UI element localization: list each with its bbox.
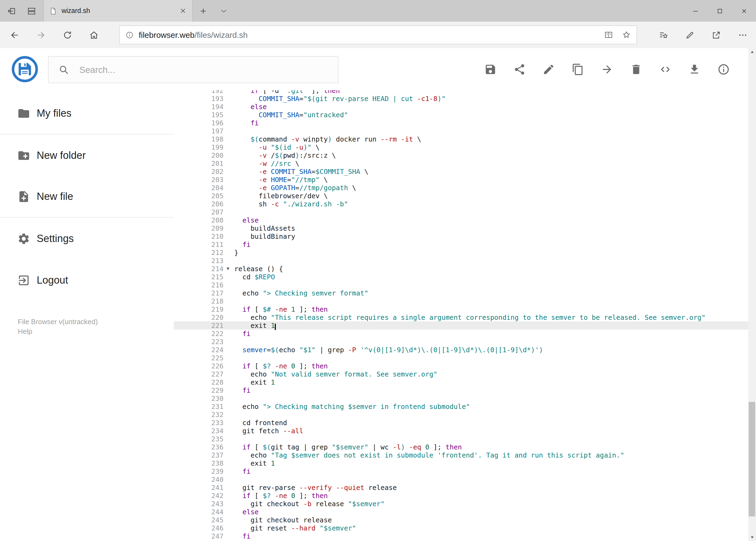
page-scrollbar[interactable] (748, 48, 756, 541)
code-line[interactable]: 241 git rev-parse --verify --quiet relea… (174, 483, 748, 492)
code-line[interactable]: 201 -w //src \ (174, 159, 748, 168)
tabs-preview-button[interactable] (24, 3, 40, 19)
code-line[interactable]: 209 buildAssets (174, 224, 748, 232)
code-line[interactable]: 231 echo "> Checking matching $semver in… (174, 402, 748, 410)
tab-preview-toggle[interactable] (213, 0, 234, 22)
code-line[interactable]: 240 (174, 475, 748, 483)
code-line[interactable]: 192 if [ -d ".git" ]; then (174, 90, 748, 95)
share-page-button[interactable] (703, 22, 730, 48)
code-line[interactable]: 232 (174, 410, 748, 419)
code-editor[interactable]: 192 if [ -d ".git" ]; then193 COMMIT_SHA… (174, 90, 748, 541)
scroll-up-button[interactable] (748, 48, 756, 56)
code-line[interactable]: 225 (174, 354, 748, 362)
code-line[interactable]: 205 filebrowser/dev \ (174, 192, 748, 200)
code-line[interactable]: 218 (174, 297, 748, 305)
code-line[interactable]: 214▾release () { (174, 265, 748, 273)
code-line[interactable]: 247 fi (174, 532, 748, 540)
code-line[interactable]: 222 fi (174, 329, 748, 337)
code-line[interactable]: 223 (174, 337, 748, 346)
search-box[interactable] (48, 56, 339, 83)
browser-tab[interactable]: wizard.sh (43, 0, 193, 22)
close-window-button[interactable] (732, 0, 756, 22)
code-line[interactable]: 246 git reset --hard "$semver" (174, 524, 748, 532)
code-line[interactable]: 199 -u "$(id -u)" \ (174, 143, 748, 151)
back-button[interactable] (1, 22, 28, 48)
code-line[interactable]: 236 if [ $(git tag | grep "$semver" | wc… (174, 443, 748, 451)
code-line[interactable]: 197 (174, 127, 748, 135)
move-button[interactable] (595, 57, 619, 81)
add-favorite-icon[interactable] (622, 30, 631, 39)
code-line[interactable]: 230 (174, 394, 748, 402)
code-line[interactable]: 195 COMMIT_SHA="untracked" (174, 111, 748, 119)
home-button[interactable] (81, 22, 107, 48)
code-line[interactable]: 239 fi (174, 467, 748, 475)
code-line[interactable]: 213 (174, 257, 748, 265)
sidebar-item-logout[interactable]: Logout (0, 259, 174, 301)
filebrowser-logo[interactable] (11, 56, 38, 83)
code-line[interactable]: 235 (174, 435, 748, 443)
maximize-button[interactable] (707, 0, 732, 22)
scrollbar-thumb[interactable] (749, 402, 755, 516)
delete-button[interactable] (624, 57, 648, 81)
code-line[interactable]: 202 -e COMMIT_SHA=$COMMIT_SHA \ (174, 168, 748, 176)
code-line[interactable]: 233 cd frontend (174, 419, 748, 427)
code-line[interactable]: 206 sh -c "./wizard.sh -b" (174, 200, 748, 208)
tab-close-icon[interactable] (179, 7, 187, 15)
code-line[interactable]: 200 -v /$(pwd):/src:z \ (174, 151, 748, 159)
code-line[interactable]: 227 echo "Not valid semver format. See s… (174, 370, 748, 378)
refresh-button[interactable] (54, 22, 81, 48)
download-button[interactable] (682, 57, 706, 81)
forward-button[interactable] (28, 22, 54, 48)
help-link[interactable]: Help (18, 327, 174, 336)
search-input[interactable] (78, 64, 328, 75)
code-line[interactable]: 244 else (174, 508, 748, 516)
code-line[interactable]: 208 else (174, 216, 748, 224)
code-line[interactable]: 212} (174, 249, 748, 257)
code-line[interactable]: 229 fi (174, 386, 748, 394)
code-line[interactable]: 219 if [ $# -ne 1 ]; then (174, 305, 748, 313)
code-line[interactable]: 204 -e GOPATH=//tmp/gopath \ (174, 184, 748, 192)
code-line[interactable]: 226 if [ $? -ne 0 ]; then (174, 362, 748, 370)
minimize-button[interactable] (683, 0, 707, 22)
sidebar-item-new-folder[interactable]: New folder (0, 135, 174, 176)
scroll-down-button[interactable] (748, 533, 756, 541)
code-line-active[interactable]: 221 exit 1 (174, 321, 748, 329)
code-line[interactable]: 237 echo "Tag $semver does not exist in … (174, 451, 748, 459)
sidebar-item-settings[interactable]: Settings (0, 218, 174, 259)
save-button[interactable] (478, 57, 502, 81)
code-line[interactable]: 224 semver=$(echo "$1" | grep -P '^v(0|[… (174, 346, 748, 354)
code-line[interactable]: 216 (174, 281, 748, 289)
set-tabs-aside-button[interactable] (4, 3, 20, 19)
code-line[interactable]: 207 (174, 208, 748, 216)
favorites-hub-button[interactable] (650, 22, 677, 48)
new-tab-button[interactable] (193, 0, 213, 22)
raw-code-button[interactable] (653, 57, 677, 81)
code-line[interactable]: 220 echo "This release script requires a… (174, 313, 748, 321)
info-button[interactable] (711, 57, 735, 81)
sidebar-item-my-files[interactable]: My files (0, 93, 174, 135)
copy-button[interactable] (566, 57, 590, 81)
fold-marker-icon[interactable]: ▾ (226, 265, 234, 273)
reading-view-icon[interactable] (604, 30, 614, 39)
code-line[interactable]: 210 buildBinary (174, 232, 748, 241)
code-line[interactable]: 242 if [ $? -ne 0 ]; then (174, 492, 748, 500)
more-menu-button[interactable] (730, 22, 756, 48)
code-line[interactable]: 217 echo "> Checking semver format" (174, 289, 748, 297)
code-line[interactable]: 245 git checkout release (174, 516, 748, 524)
edit-button[interactable] (537, 57, 560, 81)
annotate-button[interactable] (677, 22, 703, 48)
sidebar-item-new-file[interactable]: New file (0, 176, 174, 218)
code-line[interactable]: 198 $(command -v winpty) docker run --rm… (174, 135, 748, 143)
share-button[interactable] (507, 57, 531, 81)
code-line[interactable]: 196 fi (174, 119, 748, 127)
code-line[interactable]: 215 cd $REPO (174, 273, 748, 281)
code-line[interactable]: 238 exit 1 (174, 459, 748, 467)
code-line[interactable]: 228 exit 1 (174, 378, 748, 386)
address-bar[interactable]: filebrowser.web/files/wizard.sh (119, 25, 637, 44)
code-line[interactable]: 203 -e HOME="//tmp" \ (174, 176, 748, 184)
code-line[interactable]: 193 COMMIT_SHA="$(git rev-parse HEAD | c… (174, 95, 748, 103)
code-line[interactable]: 211 fi (174, 241, 748, 249)
code-line[interactable]: 194 else (174, 103, 748, 111)
code-line[interactable]: 243 git checkout -b release "$semver" (174, 500, 748, 508)
site-info-icon[interactable] (125, 31, 134, 39)
